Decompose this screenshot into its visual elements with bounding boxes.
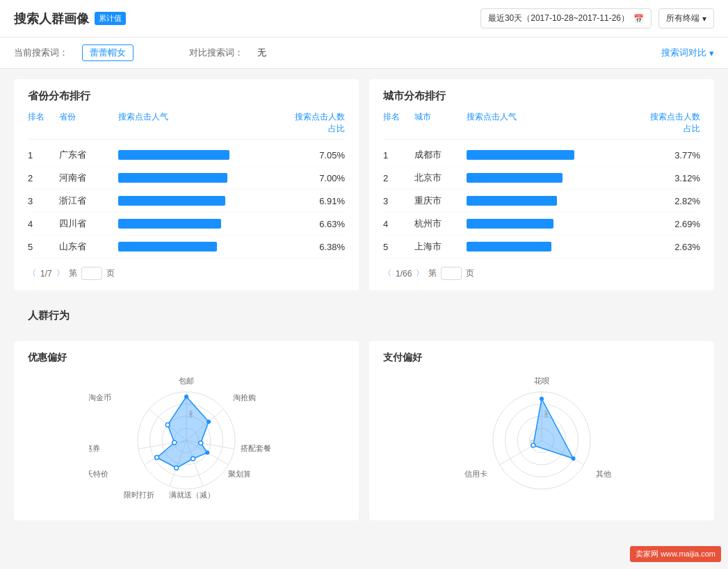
bar-container [467,173,641,183]
badge: 累计值 [95,12,126,25]
calendar-icon: 📅 [633,14,644,24]
current-search-label: 当前搜索词： [14,47,68,59]
svg-text:淘抢购: 淘抢购 [233,393,256,402]
page-input[interactable] [441,267,462,280]
percent: 7.05% [289,150,345,160]
bar-container [467,150,641,160]
svg-point-18 [205,451,209,455]
col-clicks: 搜索点击人气 [467,111,641,135]
svg-text:优惠券: 优惠券 [89,444,100,452]
svg-text:天天特价: 天天特价 [89,470,108,478]
province-title: 省份分布排行 [28,90,345,103]
city-table-body: 1 成都市 3.77% 2 北京市 3.12% 3 重庆市 2.82% 4 杭州… [383,144,700,258]
province-table-body: 1 广东省 7.05% 2 河南省 7.00% 3 浙江省 6.91% 4 四川… [28,144,345,258]
table-row: 1 成都市 3.77% [383,144,700,167]
page-input[interactable] [81,267,102,280]
rank: 3 [28,196,56,206]
discount-title: 优惠偏好 [28,352,345,364]
bar [467,242,551,251]
svg-point-23 [165,423,170,427]
next-arrow[interactable]: 〉 [416,267,424,279]
province-name: 山东省 [59,240,115,253]
city-name: 重庆市 [414,195,463,207]
percent: 6.91% [289,196,345,206]
bar [118,173,227,183]
bar [118,196,225,206]
svg-text:5: 5 [189,412,193,419]
col-rank: 排名 [28,111,56,135]
svg-text:信用卡: 信用卡 [464,470,487,478]
percent: 3.77% [645,150,700,160]
table-row: 4 杭州市 2.69% [383,213,700,236]
search-bar: 当前搜索词： 蕾蕾帽女 对比搜索词： 无 搜索词对比 ▾ [0,38,728,69]
page-title: 搜索人群画像 [14,10,89,27]
date-range-text: 最近30天（2017-10-28~2017-11-26） [488,13,629,24]
city-panel: 城市分布排行 排名 城市 搜索点击人气 搜索点击人数占比 1 成都市 3.77%… [369,79,714,290]
svg-text:其他: 其他 [596,470,611,478]
svg-point-16 [207,420,211,424]
bar-container [118,150,286,160]
rank: 2 [383,173,411,183]
table-row: 5 上海市 2.63% [383,236,700,258]
percent: 2.82% [645,196,700,206]
province-pagination: 〈 1/7 〉 第 页 [28,267,345,280]
percent: 6.63% [289,219,345,229]
bar [118,242,217,251]
payment-radar: 5 0 花呗 其他 信用卡 5 [383,371,700,510]
rank: 5 [383,242,411,252]
prev-arrow[interactable]: 〈 [28,267,36,279]
bar [467,219,553,229]
province-name: 河南省 [59,172,115,184]
bar-container [118,173,286,183]
radar-section: 优惠偏好 [14,341,714,520]
svg-point-43 [572,456,576,461]
col-rank: 排名 [383,111,411,135]
svg-point-21 [155,456,159,460]
table-row: 2 北京市 3.12% [383,167,700,190]
page-label: 第 [428,267,437,279]
current-search-value[interactable]: 蕾蕾帽女 [82,44,134,61]
province-name: 四川省 [59,217,115,230]
bar [467,150,574,160]
city-table-header: 排名 城市 搜索点击人气 搜索点击人数占比 [383,111,700,140]
device-selector[interactable]: 所有终端 ▾ [658,8,714,28]
discount-preference-panel: 优惠偏好 [14,341,359,520]
svg-point-22 [172,440,177,445]
next-arrow[interactable]: 〉 [56,267,65,279]
compare-toggle-label: 搜索词对比 [661,47,706,59]
table-row: 3 浙江省 6.91% [28,190,345,213]
province-page-info: 1/7 [40,269,52,279]
date-range-selector[interactable]: 最近30天（2017-10-28~2017-11-26） 📅 [480,8,652,28]
main-content: 省份分布排行 排名 省份 搜索点击人气 搜索点击人数占比 1 广东省 7.05%… [0,69,728,531]
compare-search-value: 无 [257,47,266,59]
table-row: 1 广东省 7.05% [28,144,345,167]
svg-text:满就送（减）: 满就送（减） [169,490,215,499]
col-city: 城市 [414,111,463,135]
svg-point-19 [191,456,195,461]
compare-toggle[interactable]: 搜索词对比 ▾ [661,47,714,59]
bar [467,173,563,183]
prev-arrow[interactable]: 〈 [383,267,391,279]
city-name: 杭州市 [414,217,463,230]
table-row: 3 重庆市 2.82% [383,190,700,213]
chevron-down-icon: ▾ [702,14,706,24]
header-controls: 最近30天（2017-10-28~2017-11-26） 📅 所有终端 ▾ [480,8,714,28]
header: 搜索人群画像 累计值 最近30天（2017-10-28~2017-11-26） … [0,0,728,38]
table-row: 4 四川省 6.63% [28,213,345,236]
distribution-section: 省份分布排行 排名 省份 搜索点击人气 搜索点击人数占比 1 广东省 7.05%… [14,79,714,290]
city-name: 上海市 [414,240,463,253]
province-name: 浙江省 [59,195,115,207]
province-panel: 省份分布排行 排名 省份 搜索点击人气 搜索点击人数占比 1 广东省 7.05%… [14,79,359,290]
city-name: 成都市 [414,149,463,161]
payment-title: 支付偏好 [383,352,700,364]
province-name: 广东省 [59,149,115,161]
page-label: 第 [69,267,77,279]
bar-container [118,219,286,229]
rank: 2 [28,173,56,183]
device-label: 所有终端 [666,13,699,24]
bar [118,150,229,160]
chevron-down-icon: ▾ [709,48,714,58]
page-suffix: 页 [466,267,474,279]
bar-container [467,219,641,229]
percent: 2.69% [645,219,700,229]
